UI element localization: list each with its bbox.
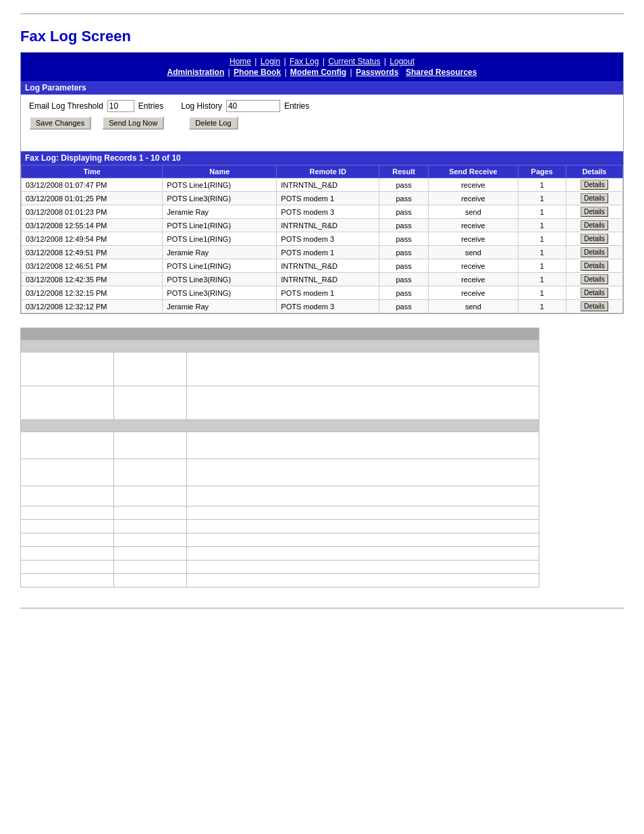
cell-details: Details (566, 178, 622, 192)
details-button[interactable]: Details (581, 234, 608, 244)
phantom-data-cell (114, 547, 186, 561)
cell-time: 03/12/2008 12:49:54 PM (22, 232, 163, 246)
cell-time: 03/12/2008 01:01:23 PM (22, 205, 163, 219)
phantom-data-cell (186, 353, 539, 386)
phantom-data-cell (186, 533, 539, 547)
col-result: Result (379, 165, 429, 178)
phantom-data-cell (186, 459, 539, 486)
cell-details: Details (566, 192, 622, 205)
phantom-data-cell (21, 432, 114, 459)
email-threshold-input[interactable] (107, 100, 134, 112)
cell-time: 03/12/2008 01:01:25 PM (22, 192, 163, 205)
details-button[interactable]: Details (581, 288, 608, 298)
cell-remote_id: POTS modem 3 (277, 205, 379, 219)
phantom-row (21, 353, 539, 386)
nav-passwords[interactable]: Passwords (356, 68, 398, 77)
cell-remote_id: POTS modem 3 (277, 300, 379, 313)
spacer-row (21, 136, 624, 151)
cell-remote_id: INTRNTNL_R&D (277, 273, 379, 286)
cell-pages: 1 (518, 205, 566, 219)
phantom-row (21, 420, 539, 432)
phantom-data-cell (114, 561, 186, 574)
cell-pages: 1 (518, 192, 566, 205)
nav-home[interactable]: Home (230, 57, 251, 66)
cell-remote_id: POTS modem 1 (277, 286, 379, 300)
cell-time: 03/12/2008 12:55:14 PM (22, 219, 163, 232)
entries-label2: Entries (284, 101, 309, 111)
fax-log-title: Fax Log: Displaying Records 1 - 10 of 10 (21, 151, 624, 165)
log-history-label: Log History (181, 101, 222, 111)
col-time: Time (22, 165, 163, 178)
nav-administration[interactable]: Administration (167, 68, 225, 77)
col-remote-id: Remote ID (277, 165, 379, 178)
cell-details: Details (566, 205, 622, 219)
phantom-subheader-cell (21, 340, 539, 353)
nav-currentstatus[interactable]: Current Status (328, 57, 380, 66)
fax-log-table-row: Time Name Remote ID Result Send Receive … (21, 165, 624, 314)
table-row: 03/12/2008 12:49:51 PMJeramie RayPOTS mo… (22, 246, 623, 259)
cell-send_receive: send (429, 205, 518, 219)
phantom-data-cell (114, 533, 186, 547)
phantom-data-cell (186, 574, 539, 588)
cell-time: 03/12/2008 12:32:15 PM (22, 286, 163, 300)
email-threshold-label: Email Log Threshold (29, 101, 103, 111)
col-details: Details (566, 165, 622, 178)
phantom-subheader-cell (21, 420, 539, 432)
cell-result: pass (379, 232, 429, 246)
nav-login[interactable]: Login (261, 57, 280, 66)
nav-logout[interactable]: Logout (390, 57, 414, 66)
cell-result: pass (379, 205, 429, 219)
phantom-data-cell (21, 561, 114, 574)
cell-pages: 1 (518, 178, 566, 192)
details-button[interactable]: Details (581, 274, 608, 284)
delete-log-button[interactable]: Delete Log (188, 116, 238, 130)
phantom-row (21, 328, 539, 340)
phantom-data-cell (114, 486, 186, 506)
save-changes-button[interactable]: Save Changes (29, 116, 91, 130)
table-row: 03/12/2008 12:42:35 PMPOTS Line3(RING)IN… (22, 273, 623, 286)
cell-send_receive: send (429, 246, 518, 259)
cell-remote_id: POTS modem 3 (277, 232, 379, 246)
nav-modemconfig[interactable]: Modem Config (290, 68, 346, 77)
cell-details: Details (566, 273, 622, 286)
phantom-data-cell (21, 386, 114, 420)
phantom-header-cell (21, 328, 539, 340)
cell-time: 03/12/2008 12:32:12 PM (22, 300, 163, 313)
details-button[interactable]: Details (581, 220, 608, 230)
cell-pages: 1 (518, 273, 566, 286)
table-row: 03/12/2008 12:32:12 PMJeramie RayPOTS mo… (22, 300, 623, 313)
cell-name: Jeramie Ray (163, 300, 277, 313)
cell-result: pass (379, 286, 429, 300)
details-button[interactable]: Details (581, 193, 608, 203)
details-button[interactable]: Details (581, 261, 608, 271)
details-button[interactable]: Details (581, 301, 608, 311)
nav-phonebook[interactable]: Phone Book (234, 68, 281, 77)
phantom-data-cell (186, 486, 539, 506)
nav-row: Home | Login | Fax Log | Current Status … (21, 53, 624, 82)
nav-row1: Home | Login | Fax Log | Current Status … (22, 57, 622, 66)
col-send-receive: Send Receive (429, 165, 518, 178)
nav-faxlog[interactable]: Fax Log (290, 57, 319, 66)
phantom-data-cell (21, 574, 114, 588)
fax-log-table: Time Name Remote ID Result Send Receive … (21, 165, 623, 313)
phantom-data-cell (186, 432, 539, 459)
cell-name: POTS Line1(RING) (163, 232, 277, 246)
table-row: 03/12/2008 12:49:54 PMPOTS Line1(RING)PO… (22, 232, 623, 246)
send-log-button[interactable]: Send Log Now (102, 116, 164, 130)
phantom-data-cell (114, 459, 186, 486)
log-history-input[interactable] (226, 100, 280, 112)
nav-sharedresources[interactable]: Shared Resources (406, 68, 477, 77)
phantom-data-cell (21, 547, 114, 561)
details-button[interactable]: Details (581, 180, 608, 190)
phantom-row (21, 459, 539, 486)
cell-time: 03/12/2008 01:07:47 PM (22, 178, 163, 192)
details-button[interactable]: Details (581, 247, 608, 257)
phantom-data-cell (186, 386, 539, 420)
cell-send_receive: receive (429, 219, 518, 232)
cell-details: Details (566, 286, 622, 300)
bottom-rule (20, 608, 624, 608)
fax-table-header: Time Name Remote ID Result Send Receive … (22, 165, 623, 178)
details-button[interactable]: Details (581, 207, 608, 217)
cell-name: Jeramie Ray (163, 246, 277, 259)
col-pages: Pages (518, 165, 566, 178)
